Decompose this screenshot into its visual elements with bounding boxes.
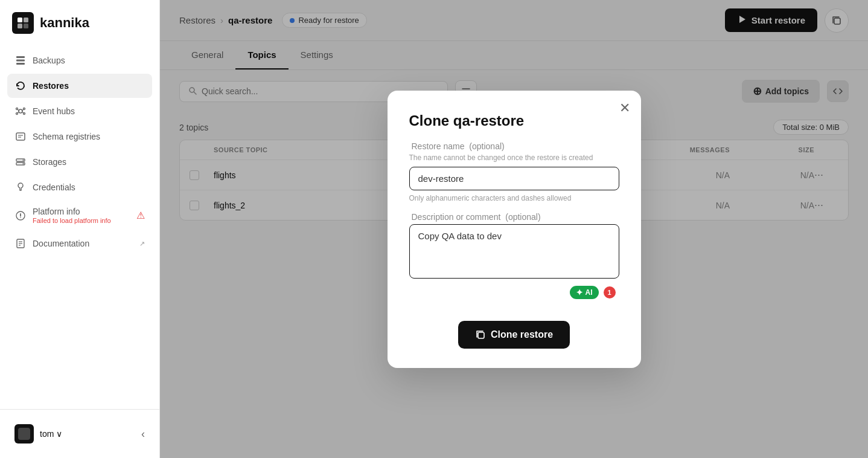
svg-point-22 — [23, 163, 24, 164]
credentials-icon — [14, 181, 27, 193]
sidebar-item-credentials[interactable]: Credentials — [7, 175, 152, 199]
svg-point-8 — [16, 108, 18, 110]
schema-icon — [14, 131, 27, 143]
svg-rect-5 — [16, 60, 25, 62]
ai-count-badge: 1 — [604, 286, 616, 298]
modal-overlay[interactable]: ✕ Clone qa-restore Restore name (optiona… — [160, 0, 868, 458]
sidebar-item-backups[interactable]: Backups — [7, 48, 152, 73]
sidebar: kannika Backups Restores — [0, 0, 160, 458]
sidebar-item-docs[interactable]: Documentation ↗ — [7, 231, 152, 256]
event-hubs-icon — [14, 105, 27, 117]
sidebar-item-label: Restores — [33, 81, 69, 91]
sidebar-item-label: Credentials — [33, 182, 75, 192]
svg-rect-0 — [18, 18, 22, 22]
sidebar-item-label: Backups — [33, 56, 65, 65]
svg-rect-3 — [24, 24, 28, 28]
sidebar-nav: Backups Restores Event hubs — [0, 48, 159, 256]
sidebar-item-restores[interactable]: Restores — [7, 74, 152, 98]
backups-icon — [14, 54, 27, 66]
restore-name-hint: The name cannot be changed once the rest… — [409, 153, 619, 162]
clone-restore-btn-wrap: Clone restore — [409, 311, 619, 349]
modal-close-button[interactable]: ✕ — [619, 102, 630, 115]
storages-icon — [14, 156, 27, 168]
ai-badge[interactable]: ✦ AI — [570, 286, 599, 299]
description-label: Description or comment (optional) — [409, 212, 619, 222]
sidebar-item-label: Event hubs — [33, 106, 75, 116]
sidebar-item-label: Schema registries — [33, 132, 100, 141]
svg-line-13 — [22, 109, 24, 111]
ai-icon: ✦ — [576, 288, 583, 297]
clone-restore-button[interactable]: Clone restore — [458, 321, 570, 349]
svg-line-12 — [18, 109, 19, 111]
svg-point-10 — [16, 113, 18, 115]
svg-line-15 — [22, 112, 24, 113]
svg-rect-16 — [16, 133, 25, 140]
svg-point-7 — [19, 109, 22, 113]
user-row[interactable]: tom ∨ ‹ — [7, 419, 152, 448]
external-link-icon: ↗ — [139, 240, 145, 248]
sidebar-bottom: tom ∨ ‹ — [0, 409, 159, 458]
svg-rect-34 — [478, 332, 484, 338]
sidebar-item-storages[interactable]: Storages — [7, 150, 152, 174]
svg-rect-1 — [24, 18, 28, 22]
textarea-toolbar: ✦ AI 1 — [409, 283, 619, 302]
svg-line-14 — [18, 112, 19, 113]
restore-name-input[interactable] — [409, 167, 619, 190]
main-content: Restores › qa-restore Ready for restore … — [160, 0, 868, 458]
restores-icon — [14, 80, 27, 92]
restore-name-label: Restore name (optional) — [409, 141, 619, 151]
logo: kannika — [0, 0, 159, 48]
platform-icon — [14, 210, 27, 222]
sidebar-item-label: Storages — [33, 157, 66, 167]
avatar — [14, 424, 34, 443]
description-textarea[interactable]: Copy QA data to dev — [409, 224, 619, 279]
logo-icon — [12, 12, 34, 34]
modal-title: Clone qa-restore — [409, 112, 619, 129]
sidebar-item-platform[interactable]: Platform info Failed to load platform in… — [7, 201, 152, 230]
docs-label: Documentation — [33, 239, 89, 248]
collapse-sidebar-icon[interactable]: ‹ — [141, 428, 145, 440]
svg-rect-2 — [18, 24, 22, 28]
platform-label: Platform info — [33, 207, 111, 216]
svg-point-9 — [24, 108, 25, 110]
platform-error: Failed to load platform info — [33, 217, 111, 224]
svg-point-21 — [23, 160, 24, 161]
svg-rect-6 — [16, 63, 25, 65]
restore-name-input-hint: Only alphanumeric characters and dashes … — [409, 194, 619, 202]
svg-point-11 — [24, 113, 25, 115]
logo-text: kannika — [40, 15, 89, 31]
user-name: tom ∨ — [40, 429, 62, 439]
svg-rect-4 — [16, 56, 25, 58]
docs-icon — [14, 237, 27, 250]
svg-point-25 — [20, 217, 21, 218]
sidebar-item-event-hubs[interactable]: Event hubs — [7, 99, 152, 123]
sidebar-item-schema[interactable]: Schema registries — [7, 124, 152, 149]
clone-modal: ✕ Clone qa-restore Restore name (optiona… — [388, 91, 641, 368]
warning-icon: ⚠ — [136, 210, 145, 221]
